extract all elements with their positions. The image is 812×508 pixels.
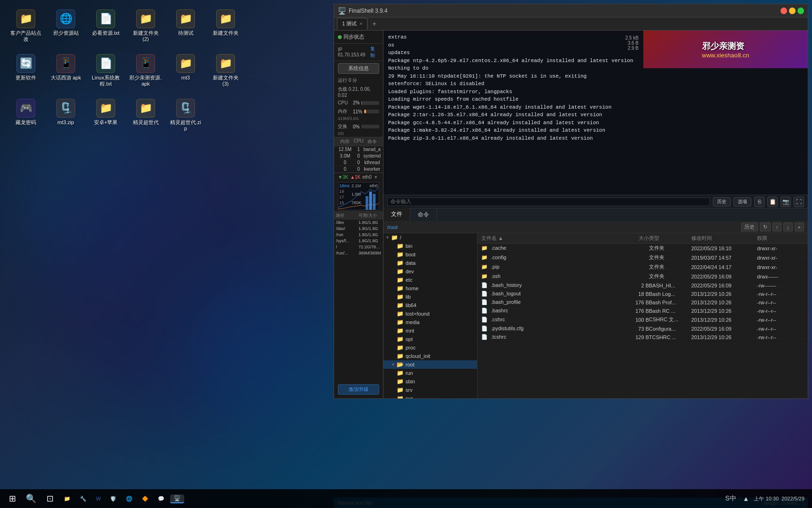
tab-file[interactable]: 文件 [383,207,410,222]
file-row[interactable]: 📄 .cshrc 100 B CSHRC 文... 2013/12/29 10:… [477,315,808,325]
tree-item-opt[interactable]: 📁 opt [383,335,477,343]
file-row[interactable]: 📁 .config 文件夹 2019/03/07 14:57 drwxr-xr- [477,253,808,262]
proc-cmd: kthread [363,160,381,165]
tray-arrow[interactable]: ▲ [741,495,751,502]
tree-item-root[interactable]: ▼ 📂 root [383,360,477,369]
history-button[interactable]: 历史 [713,197,731,206]
tree-item-bin[interactable]: 📁 bin [383,242,477,250]
paste-button[interactable]: 📋 [767,197,778,207]
folder-icon: 📁 [397,310,404,317]
col-size[interactable]: 大小 [616,235,649,242]
desktop-icon-1[interactable]: 🌐 邪少资源站 [47,7,85,49]
tree-item-data[interactable]: 📁 data [383,259,477,267]
desktop-icon-5[interactable]: 📁 新建文件夹 [207,7,244,49]
tree-item-lib64[interactable]: 📁 lib64 [383,301,477,310]
desktop-icon-6[interactable]: 🔄 更新软件 [7,52,45,94]
taskbar-finalshell[interactable]: 🖥️ [170,494,184,503]
taskbar-chat[interactable]: 💬 [154,495,168,503]
desktop-icon-12[interactable]: 🎮 藏龙密码 [7,96,45,139]
download-button[interactable]: ↓ [783,222,793,231]
tree-item-mnt[interactable]: 📁 mnt [383,326,477,335]
file-type: Configura... [649,326,691,332]
tree-item-home[interactable]: 📁 home [383,284,477,293]
taskbar-devtools[interactable]: 🔧 [76,495,90,503]
new-folder-button[interactable]: + [795,222,804,231]
history-file-button[interactable]: 历史 [741,222,758,231]
search-button[interactable]: 🔍 [23,490,39,507]
close-button[interactable] [781,8,787,14]
tree-item-media[interactable]: 📁 media [383,318,477,326]
desktop-icon-2[interactable]: 📄 必看资源.txt [87,7,125,49]
col-name[interactable]: 文件名 ▲ [481,235,616,242]
desktop-icon-15[interactable]: 📁 精灵超世代 [127,96,164,139]
file-row[interactable]: 📄 .bashrc 176 B Bash RC ... 2013/12/29 1… [477,307,808,315]
task-view-button[interactable]: ⊡ [41,490,58,507]
copy-button[interactable]: ⎘ [754,197,765,207]
tray-s[interactable]: S中 [723,494,738,503]
tree-item-/[interactable]: ▼ 📁 / [383,233,477,242]
tree-item-sbin[interactable]: 📁 sbin [383,377,477,386]
tab-command[interactable]: 命令 [410,208,437,222]
tree-item-qcloud_init[interactable]: 📁 qcloud_init [383,352,477,360]
file-row[interactable]: 📄 .bash_profile 176 B Bash Prof... 2013/… [477,298,808,307]
desktop-icon-10[interactable]: 📁 mt3 [167,52,204,94]
desktop-icon-14[interactable]: 📁 安卓+苹果 [87,96,125,139]
tree-item-lost+found[interactable]: 📁 lost+found [383,310,477,318]
desktop-icon-11[interactable]: 📁 新建文件夹 (3) [207,52,244,94]
word-icon: W [96,496,101,501]
copy-ip-button[interactable]: 复制 [370,46,379,59]
screenshot-button[interactable]: 📷 [781,197,791,207]
taskbar-orange[interactable]: 🔶 [138,495,152,503]
tree-item-etc[interactable]: 📁 etc [383,276,477,284]
upload-button[interactable]: ↑ [773,222,782,231]
desktop-icon-0[interactable]: 📁 客户产品站点 改 [7,7,45,49]
command-input[interactable] [387,198,710,206]
tree-item-proc[interactable]: 📁 proc [383,343,477,352]
file-row[interactable]: 📄 .bash_logout 18 B Bash Log... 2013/12/… [477,290,808,298]
tab-1[interactable]: 1 测试 × [337,18,367,30]
net-dropdown[interactable]: ▼ [374,175,378,180]
desktop-icon-7[interactable]: 📱 大话西游 apk [47,52,85,94]
desktop-icon-13[interactable]: 🗜️ mt3.zip [47,96,85,139]
taskbar: ⊞ 🔍 ⊡ 📁 🔧 W 🛡️ 🌐 🔶 💬 🖥️ S中 ▲ 上午 1 [0,489,812,508]
col-date[interactable]: 修改时间 [691,235,757,242]
file-row[interactable]: 📄 .tcshrc 129 B TCSHRC ... 2013/12/29 10… [477,333,808,341]
taskbar-shield[interactable]: 🛡️ [106,495,120,503]
options-button[interactable]: 选项 [734,197,751,206]
tree-item-srv[interactable]: 📁 srv [383,386,477,394]
tab-1-close[interactable]: × [359,21,362,26]
tree-item-lib[interactable]: 📁 lib [383,293,477,301]
col-perm[interactable]: 权限 [757,235,804,242]
file-row[interactable]: 📄 .bash_history 2 B BASH_HI... 2022/05/2… [477,281,808,290]
taskbar-explorer[interactable]: 📁 [60,495,74,503]
file-row[interactable]: 📁 .pip 文件夹 2022/04/24 14:17 drwxr-xr- [477,262,808,272]
desktop-icon-9[interactable]: 📱 邪少亲测资源.apk [127,52,164,94]
desktop-icon-3[interactable]: 📁 新建文件夹 (2) [127,7,164,49]
taskbar-word[interactable]: W [92,495,104,502]
tree-item-run[interactable]: 📁 run [383,369,477,377]
icon-label-4: 待测试 [178,30,194,36]
desktop-icon-4[interactable]: 📁 待测试 [167,7,204,49]
activate-button[interactable]: 激活/升级 [338,384,379,395]
start-button[interactable]: ⊞ [4,490,21,507]
dir-tree[interactable]: ▼ 📁 / 📁 bin 📁 boot 📁 data 📁 dev 📁 etc 📁 … [383,233,477,398]
fullscreen-button[interactable]: ⛶ [794,197,804,207]
tree-item-boot[interactable]: 📁 boot [383,250,477,259]
refresh-button[interactable]: ↻ [760,222,771,231]
file-row[interactable]: 📁 .ssh 文件夹 2022/05/29 16:09 drwx------ [477,272,808,281]
tree-item-sys[interactable]: 📁 sys [383,394,477,398]
file-row[interactable]: 📄 .pydistutils.cfg 73 B Configura... 202… [477,325,808,333]
tree-item-dev[interactable]: 📁 dev [383,267,477,276]
file-row[interactable]: 📁 .cache 文件夹 2022/05/29 16:10 drwxr-xr- [477,244,808,253]
desktop-icon-8[interactable]: 📄 Linux系统教程.txt [87,52,125,94]
sysinfo-button[interactable]: 系统信息 [338,63,379,74]
minimize-button[interactable] [789,8,796,14]
file-name: 📄 .bash_history [481,282,616,288]
file-type: BASH_HI... [649,283,691,288]
desktop-icon-16[interactable]: 🗜️ 精灵超世代.zip [167,96,204,139]
taskbar-chrome[interactable]: 🌐 [122,495,136,503]
maximize-button[interactable] [797,8,804,14]
add-tab-button[interactable]: + [368,19,380,29]
ph-cmd: 命令 [364,138,381,145]
col-type[interactable]: 类型 [649,235,691,242]
